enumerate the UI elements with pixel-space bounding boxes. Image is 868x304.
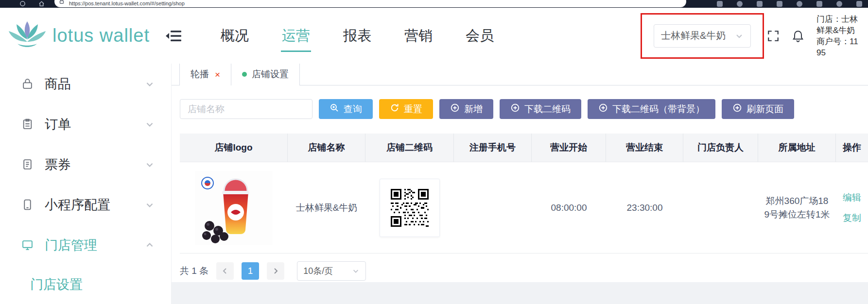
- circle-plus-icon: [732, 103, 742, 115]
- address-line-2: 9号摊位左转1米: [764, 208, 830, 221]
- chevron-down-icon: [145, 160, 155, 169]
- cell-register-phone: [454, 162, 532, 253]
- col-header-address: 所属地址: [758, 134, 836, 162]
- nav-reports[interactable]: 报表: [341, 26, 373, 46]
- sidebar-item-label: 小程序配置: [45, 196, 110, 214]
- nav-overview[interactable]: 概况: [219, 26, 251, 46]
- col-header-actions: 操作: [836, 134, 868, 162]
- nav-marketing[interactable]: 营销: [402, 26, 434, 46]
- sidebar-item-goods[interactable]: 商品: [0, 64, 171, 104]
- address-line-1: 郑州360广场18: [764, 194, 830, 208]
- reset-button[interactable]: 重置: [379, 99, 433, 119]
- cell-manager: [683, 162, 758, 253]
- refresh-icon: [390, 103, 399, 115]
- total-count: 共 1 条: [180, 265, 208, 277]
- query-button[interactable]: 查询: [319, 99, 373, 119]
- sidebar-subitem-store-settings[interactable]: 门店设置: [0, 265, 171, 304]
- nav-operations[interactable]: 运营: [280, 26, 312, 46]
- download-qr-button[interactable]: 下载二维码: [500, 99, 581, 119]
- page-size-select[interactable]: 10条/页: [297, 261, 366, 281]
- goods-icon: [21, 78, 34, 90]
- tags-bar: 轮播 × 店铺设置: [172, 64, 868, 85]
- sidebar-item-store-management[interactable]: 门店管理: [0, 225, 171, 265]
- pagination: 共 1 条 1 10条/页: [180, 261, 868, 281]
- fullscreen-icon[interactable]: [767, 30, 780, 42]
- screen: https://pos.tenant.lotus-wallet.com/#/se…: [0, 0, 868, 304]
- main-content: 轮播 × 店铺设置 查询: [172, 64, 868, 304]
- miniprogram-icon: [21, 199, 34, 211]
- sidebar-item-orders[interactable]: 订单: [0, 104, 171, 144]
- prev-page-button[interactable]: [216, 262, 234, 280]
- copy-link[interactable]: 复制: [843, 212, 861, 224]
- top-nav: 概况 运营 报表 营销 会员: [219, 26, 496, 46]
- col-header-phone: 注册手机号: [454, 134, 532, 162]
- profile-icon[interactable]: [836, 1, 842, 7]
- store-select[interactable]: 士林鲜果&牛奶: [654, 24, 751, 48]
- reload-icon[interactable]: [19, 0, 26, 7]
- table-header-row: 店铺logo 店铺名称 店铺二维码 注册手机号 营业开始 营业结束 门店负责人 …: [180, 134, 868, 162]
- merchant-id-line: 商户号：1195: [816, 36, 861, 58]
- current-page-button[interactable]: 1: [242, 262, 259, 280]
- save-icon[interactable]: [757, 1, 763, 7]
- chevron-down-icon: [352, 267, 360, 275]
- cell-close-time: 23:30:00: [606, 162, 683, 253]
- col-header-qrcode: 店铺二维码: [365, 134, 454, 162]
- edit-link[interactable]: 编辑: [843, 191, 861, 204]
- circle-plus-icon: [450, 103, 460, 115]
- sidebar-item-label: 票券: [45, 156, 71, 173]
- highlighter-icon[interactable]: [717, 1, 723, 7]
- circle-plus-icon: [598, 103, 608, 115]
- download-qr-bg-button[interactable]: 下载二维码（带背景）: [588, 99, 715, 119]
- cell-open-time: 08:00:00: [532, 162, 606, 253]
- chevron-down-icon: [145, 119, 155, 129]
- merchant-store-line: 门店：士林鲜果&牛奶: [816, 14, 861, 36]
- shop-settings-panel: 查询 重置 新增: [172, 85, 868, 282]
- shop-name-input[interactable]: [180, 99, 312, 119]
- sidebar-item-label: 商品: [45, 75, 71, 93]
- sidebar-item-tickets[interactable]: 票券: [0, 144, 171, 185]
- sidebar-fold-icon[interactable]: [165, 29, 182, 43]
- store-icon: [21, 239, 34, 251]
- col-header-logo: 店铺logo: [180, 134, 288, 162]
- shop-table: 店铺logo 店铺名称 店铺二维码 注册手机号 营业开始 营业结束 门店负责人 …: [180, 134, 868, 253]
- circle-plus-icon: [510, 103, 520, 115]
- cell-shop-logo: [180, 162, 288, 253]
- cell-shop-qrcode: [365, 162, 454, 253]
- tab-label: 轮播: [191, 68, 209, 81]
- bookmark-icon[interactable]: [777, 1, 782, 7]
- order-icon: [21, 118, 34, 130]
- browser-menu-icon[interactable]: [856, 1, 862, 7]
- page-size-value: 10条/页: [303, 265, 333, 277]
- cell-shop-name: 士林鲜果&牛奶: [288, 162, 365, 253]
- nav-members[interactable]: 会员: [464, 26, 496, 46]
- close-icon[interactable]: ×: [215, 70, 220, 79]
- url-text: https://pos.tenant.lotus-wallet.com/#/se…: [69, 0, 185, 6]
- url-bar[interactable]: https://pos.tenant.lotus-wallet.com/#/se…: [54, 0, 686, 7]
- store-select-value: 士林鲜果&牛奶: [661, 29, 726, 42]
- ticket-icon: [21, 158, 34, 170]
- active-dot: [242, 72, 247, 77]
- sidebar: 商品 订单 票券: [0, 64, 172, 304]
- tab-carousel[interactable]: 轮播 ×: [179, 64, 231, 85]
- next-page-button[interactable]: [267, 262, 284, 280]
- search-icon[interactable]: [737, 1, 743, 7]
- site-info-icon[interactable]: [59, 0, 64, 6]
- sidebar-item-miniprogram[interactable]: 小程序配置: [0, 185, 171, 225]
- refresh-page-button[interactable]: 刷新页面: [722, 99, 794, 119]
- qr-code-image: [380, 179, 440, 237]
- cell-actions: 编辑 复制: [836, 162, 868, 253]
- col-header-name: 店铺名称: [288, 134, 365, 162]
- tab-shop-settings[interactable]: 店铺设置: [231, 64, 300, 85]
- add-button[interactable]: 新增: [439, 99, 493, 119]
- toolbar: 查询 重置 新增: [180, 99, 868, 119]
- col-header-open: 营业开始: [532, 134, 606, 162]
- history-icon[interactable]: [797, 1, 802, 7]
- bell-icon[interactable]: [792, 30, 804, 42]
- annotation-red-box: 士林鲜果&牛奶: [641, 13, 764, 59]
- shop-logo-image: [195, 171, 273, 245]
- merchant-info: 门店：士林鲜果&牛奶 商户号：1195: [816, 14, 861, 58]
- extensions-icon[interactable]: [816, 1, 822, 7]
- lotus-logo-icon: [7, 20, 48, 51]
- home-icon[interactable]: [38, 0, 45, 7]
- chevron-down-icon: [145, 79, 155, 89]
